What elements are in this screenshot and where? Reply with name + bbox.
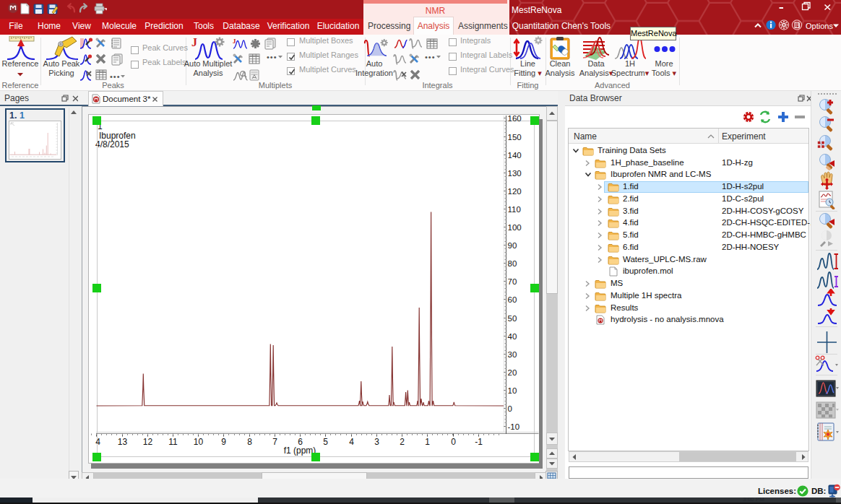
svg-text:4: 4 xyxy=(349,437,354,447)
svg-text:10: 10 xyxy=(194,437,204,447)
svg-text:0: 0 xyxy=(451,437,456,447)
svg-text:20: 20 xyxy=(508,368,517,377)
svg-text:140: 140 xyxy=(508,151,522,160)
svg-text:5: 5 xyxy=(323,437,328,447)
svg-text:0: 0 xyxy=(508,404,512,413)
svg-text:150: 150 xyxy=(508,133,522,142)
svg-text:11: 11 xyxy=(168,437,178,447)
svg-text:13: 13 xyxy=(118,437,128,447)
svg-text:110: 110 xyxy=(508,205,521,214)
svg-text:3: 3 xyxy=(374,437,379,447)
svg-text:50: 50 xyxy=(508,314,517,323)
svg-text:90: 90 xyxy=(508,241,517,250)
svg-text:160: 160 xyxy=(508,114,522,123)
svg-text:10: 10 xyxy=(508,386,517,395)
svg-text:30: 30 xyxy=(508,350,517,359)
svg-text:8: 8 xyxy=(247,437,252,447)
svg-text:100: 100 xyxy=(508,223,522,232)
svg-text:4: 4 xyxy=(95,437,100,447)
svg-text:7: 7 xyxy=(272,437,277,447)
svg-text:9: 9 xyxy=(221,437,226,447)
svg-text:80: 80 xyxy=(508,259,517,268)
svg-text:40: 40 xyxy=(508,332,517,341)
svg-text:60: 60 xyxy=(508,295,517,304)
svg-text:-1: -1 xyxy=(475,437,483,447)
svg-text:120: 120 xyxy=(508,187,522,196)
svg-text:70: 70 xyxy=(508,277,517,286)
svg-text:2: 2 xyxy=(400,437,405,447)
svg-text:130: 130 xyxy=(508,169,522,178)
svg-text:12: 12 xyxy=(143,437,153,447)
svg-text:-10: -10 xyxy=(508,422,520,431)
svg-text:1: 1 xyxy=(425,437,430,447)
